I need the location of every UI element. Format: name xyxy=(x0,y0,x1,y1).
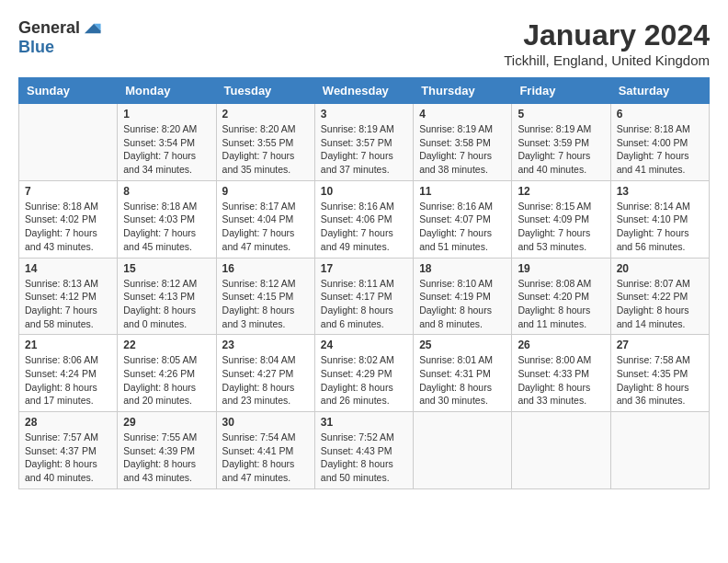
day-info: Sunrise: 7:55 AM Sunset: 4:39 PM Dayligh… xyxy=(123,431,210,485)
calendar-cell: 29Sunrise: 7:55 AM Sunset: 4:39 PM Dayli… xyxy=(118,412,216,489)
calendar-cell: 26Sunrise: 8:00 AM Sunset: 4:33 PM Dayli… xyxy=(512,335,610,412)
calendar-cell xyxy=(610,412,709,489)
calendar-cell: 8Sunrise: 8:18 AM Sunset: 4:03 PM Daylig… xyxy=(118,180,216,258)
day-info: Sunrise: 8:20 AM Sunset: 3:54 PM Dayligh… xyxy=(123,122,210,177)
day-number: 23 xyxy=(222,339,309,351)
calendar-cell: 2Sunrise: 8:20 AM Sunset: 3:55 PM Daylig… xyxy=(216,104,314,181)
calendar-week-row: 7Sunrise: 8:18 AM Sunset: 4:02 PM Daylig… xyxy=(19,180,710,258)
calendar-week-row: 21Sunrise: 8:06 AM Sunset: 4:24 PM Dayli… xyxy=(19,335,710,412)
calendar-cell: 17Sunrise: 8:11 AM Sunset: 4:17 PM Dayli… xyxy=(314,258,413,335)
calendar-cell: 4Sunrise: 8:19 AM Sunset: 3:58 PM Daylig… xyxy=(414,104,512,181)
logo-text: General Blue xyxy=(18,18,102,57)
calendar-table: SundayMondayTuesdayWednesdayThursdayFrid… xyxy=(18,77,710,489)
day-info: Sunrise: 8:15 AM Sunset: 4:09 PM Dayligh… xyxy=(518,200,604,254)
calendar-cell: 15Sunrise: 8:12 AM Sunset: 4:13 PM Dayli… xyxy=(118,258,216,335)
day-number: 25 xyxy=(419,339,506,351)
day-info: Sunrise: 8:18 AM Sunset: 4:02 PM Dayligh… xyxy=(25,200,111,254)
calendar-cell: 16Sunrise: 8:12 AM Sunset: 4:15 PM Dayli… xyxy=(216,258,314,335)
location: Tickhill, England, United Kingdom xyxy=(504,52,710,68)
calendar-week-row: 1Sunrise: 8:20 AM Sunset: 3:54 PM Daylig… xyxy=(19,104,710,181)
calendar-cell: 22Sunrise: 8:05 AM Sunset: 4:26 PM Dayli… xyxy=(118,335,216,412)
day-info: Sunrise: 7:52 AM Sunset: 4:43 PM Dayligh… xyxy=(321,431,407,485)
logo-blue: Blue xyxy=(18,39,102,57)
day-info: Sunrise: 8:16 AM Sunset: 4:06 PM Dayligh… xyxy=(321,200,407,254)
day-number: 5 xyxy=(518,108,604,121)
day-number: 14 xyxy=(25,262,111,275)
calendar-cell: 28Sunrise: 7:57 AM Sunset: 4:37 PM Dayli… xyxy=(19,412,118,489)
calendar-cell xyxy=(414,412,512,489)
logo: General Blue xyxy=(18,18,102,57)
calendar-cell: 21Sunrise: 8:06 AM Sunset: 4:24 PM Dayli… xyxy=(19,335,118,412)
calendar-cell: 10Sunrise: 8:16 AM Sunset: 4:06 PM Dayli… xyxy=(314,180,413,258)
day-number: 16 xyxy=(222,262,309,275)
day-number: 29 xyxy=(123,416,210,429)
calendar-cell: 30Sunrise: 7:54 AM Sunset: 4:41 PM Dayli… xyxy=(216,412,314,489)
calendar-week-row: 28Sunrise: 7:57 AM Sunset: 4:37 PM Dayli… xyxy=(19,412,710,489)
calendar-cell: 1Sunrise: 8:20 AM Sunset: 3:54 PM Daylig… xyxy=(118,104,216,181)
logo-icon xyxy=(82,18,102,39)
calendar-cell: 11Sunrise: 8:16 AM Sunset: 4:07 PM Dayli… xyxy=(414,180,512,258)
day-info: Sunrise: 7:57 AM Sunset: 4:37 PM Dayligh… xyxy=(25,431,111,485)
day-number: 1 xyxy=(123,108,210,121)
day-number: 13 xyxy=(617,185,703,198)
calendar-cell: 5Sunrise: 8:19 AM Sunset: 3:59 PM Daylig… xyxy=(512,104,610,181)
day-info: Sunrise: 8:07 AM Sunset: 4:22 PM Dayligh… xyxy=(617,277,703,331)
header-day: Monday xyxy=(118,78,216,104)
header-day: Sunday xyxy=(19,78,118,104)
day-number: 18 xyxy=(419,262,506,275)
day-number: 20 xyxy=(617,262,703,275)
calendar-cell: 3Sunrise: 8:19 AM Sunset: 3:57 PM Daylig… xyxy=(314,104,413,181)
day-number: 10 xyxy=(321,185,407,198)
day-info: Sunrise: 8:14 AM Sunset: 4:10 PM Dayligh… xyxy=(617,200,703,254)
day-number: 19 xyxy=(518,262,604,275)
day-number: 3 xyxy=(321,108,407,121)
day-number: 6 xyxy=(617,108,703,121)
day-info: Sunrise: 7:54 AM Sunset: 4:41 PM Dayligh… xyxy=(222,431,309,485)
day-info: Sunrise: 8:10 AM Sunset: 4:19 PM Dayligh… xyxy=(419,277,506,331)
header-day: Friday xyxy=(512,78,610,104)
day-number: 2 xyxy=(222,108,309,121)
day-info: Sunrise: 8:17 AM Sunset: 4:04 PM Dayligh… xyxy=(222,200,309,254)
calendar-cell: 12Sunrise: 8:15 AM Sunset: 4:09 PM Dayli… xyxy=(512,180,610,258)
day-info: Sunrise: 8:02 AM Sunset: 4:29 PM Dayligh… xyxy=(321,353,407,408)
calendar-cell: 19Sunrise: 8:08 AM Sunset: 4:20 PM Dayli… xyxy=(512,258,610,335)
day-info: Sunrise: 8:18 AM Sunset: 4:00 PM Dayligh… xyxy=(617,122,703,177)
day-info: Sunrise: 8:08 AM Sunset: 4:20 PM Dayligh… xyxy=(518,277,604,331)
header-day: Wednesday xyxy=(314,78,413,104)
day-info: Sunrise: 8:12 AM Sunset: 4:13 PM Dayligh… xyxy=(123,277,210,331)
day-number: 22 xyxy=(123,339,210,351)
day-number: 12 xyxy=(518,185,604,198)
day-number: 30 xyxy=(222,416,309,429)
day-info: Sunrise: 8:01 AM Sunset: 4:31 PM Dayligh… xyxy=(419,353,506,408)
calendar-cell: 20Sunrise: 8:07 AM Sunset: 4:22 PM Dayli… xyxy=(610,258,709,335)
day-number: 11 xyxy=(419,185,506,198)
day-number: 8 xyxy=(123,185,210,198)
calendar-week-row: 14Sunrise: 8:13 AM Sunset: 4:12 PM Dayli… xyxy=(19,258,710,335)
title-block: January 2024 Tickhill, England, United K… xyxy=(504,18,710,68)
day-number: 28 xyxy=(25,416,111,429)
header-row: SundayMondayTuesdayWednesdayThursdayFrid… xyxy=(19,78,710,104)
month-title: January 2024 xyxy=(504,18,710,52)
day-info: Sunrise: 8:19 AM Sunset: 3:59 PM Dayligh… xyxy=(518,122,604,177)
header-day: Thursday xyxy=(414,78,512,104)
day-info: Sunrise: 8:19 AM Sunset: 3:58 PM Dayligh… xyxy=(419,122,506,177)
day-info: Sunrise: 8:04 AM Sunset: 4:27 PM Dayligh… xyxy=(222,353,309,408)
day-number: 24 xyxy=(321,339,407,351)
calendar-cell: 25Sunrise: 8:01 AM Sunset: 4:31 PM Dayli… xyxy=(414,335,512,412)
calendar-cell: 14Sunrise: 8:13 AM Sunset: 4:12 PM Dayli… xyxy=(19,258,118,335)
day-number: 17 xyxy=(321,262,407,275)
day-info: Sunrise: 8:06 AM Sunset: 4:24 PM Dayligh… xyxy=(25,353,111,408)
day-number: 4 xyxy=(419,108,506,121)
day-info: Sunrise: 8:18 AM Sunset: 4:03 PM Dayligh… xyxy=(123,200,210,254)
calendar-cell: 23Sunrise: 8:04 AM Sunset: 4:27 PM Dayli… xyxy=(216,335,314,412)
day-number: 31 xyxy=(321,416,407,429)
day-info: Sunrise: 8:00 AM Sunset: 4:33 PM Dayligh… xyxy=(518,353,604,408)
calendar-cell: 24Sunrise: 8:02 AM Sunset: 4:29 PM Dayli… xyxy=(314,335,413,412)
day-info: Sunrise: 8:12 AM Sunset: 4:15 PM Dayligh… xyxy=(222,277,309,331)
header-day: Tuesday xyxy=(216,78,314,104)
calendar-cell: 27Sunrise: 7:58 AM Sunset: 4:35 PM Dayli… xyxy=(610,335,709,412)
day-number: 21 xyxy=(25,339,111,351)
calendar-cell: 9Sunrise: 8:17 AM Sunset: 4:04 PM Daylig… xyxy=(216,180,314,258)
header-day: Saturday xyxy=(610,78,709,104)
logo-general: General xyxy=(18,19,80,38)
